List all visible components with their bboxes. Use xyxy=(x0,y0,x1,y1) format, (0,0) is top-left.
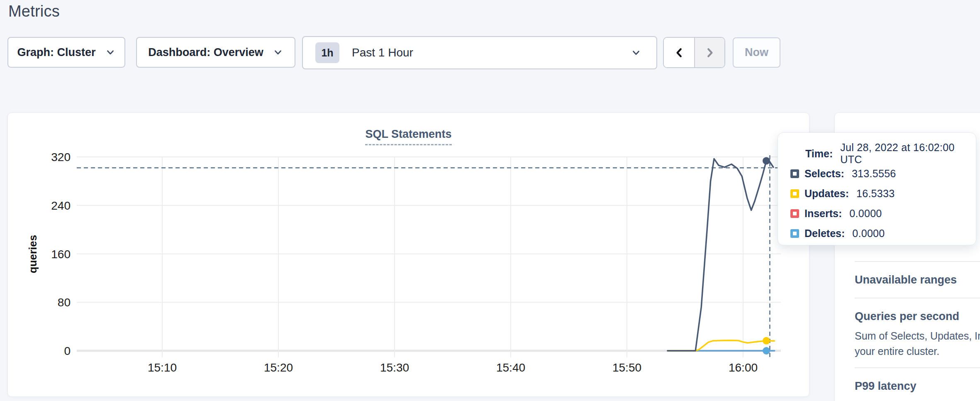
tooltip-series-row: Deletes: 0.0000 xyxy=(790,223,976,243)
time-shift-forward-button[interactable] xyxy=(694,38,724,67)
time-range-badge: 1h xyxy=(315,42,339,63)
chevron-right-icon xyxy=(704,46,716,59)
sidebar-divider xyxy=(855,298,980,298)
page-title: Metrics xyxy=(8,2,60,20)
dashboard-dropdown[interactable]: Dashboard: Overview xyxy=(136,37,295,68)
updates-series-swatch-icon xyxy=(790,189,799,198)
chart-title[interactable]: SQL Statements xyxy=(365,128,451,145)
sidebar-item-p99-latency[interactable]: P99 latency xyxy=(855,379,980,393)
inserts-series-swatch-icon xyxy=(790,209,799,218)
tooltip-series-row: Inserts: 0.0000 xyxy=(790,203,976,223)
sidebar-divider xyxy=(855,367,980,368)
selects-series-swatch-icon xyxy=(790,169,799,178)
time-range-label: Past 1 Hour xyxy=(352,46,631,59)
deletes-series-swatch-icon xyxy=(790,229,799,238)
graph-scope-dropdown-label: Graph: Cluster xyxy=(17,46,95,59)
sql-statements-chart-card: SQL Statements xyxy=(7,112,809,397)
tooltip-time-row: Time: Jul 28, 2022 at 16:02:00 UTC xyxy=(790,144,976,164)
sidebar-item-unavailable-ranges[interactable]: Unavailable ranges xyxy=(855,273,980,287)
tooltip-series-row: Selects: 313.5556 xyxy=(790,164,976,183)
time-shift-group xyxy=(663,37,725,68)
time-shift-back-button[interactable] xyxy=(664,38,694,67)
chevron-down-icon xyxy=(273,47,283,58)
tooltip-series-row: Updates: 16.5333 xyxy=(790,183,976,203)
dashboard-dropdown-label: Dashboard: Overview xyxy=(148,46,263,59)
chevron-down-icon xyxy=(631,47,641,58)
graph-scope-dropdown[interactable]: Graph: Cluster xyxy=(7,37,125,68)
tooltip-time-value: Jul 28, 2022 at 16:02:00 UTC xyxy=(840,142,976,166)
chevron-left-icon xyxy=(673,46,685,59)
chevron-down-icon xyxy=(105,47,116,58)
time-range-selector[interactable]: 1h Past 1 Hour xyxy=(302,36,657,69)
chart-hover-tooltip: Time: Jul 28, 2022 at 16:02:00 UTC Selec… xyxy=(778,132,976,245)
sidebar-item-queries-per-second[interactable]: Queries per second xyxy=(855,309,980,323)
tooltip-time-label: Time: xyxy=(805,148,833,160)
sidebar-item-description: Sum of Selects, Updates, Inser your enti… xyxy=(855,328,980,359)
now-button-label: Now xyxy=(745,46,768,59)
now-button[interactable]: Now xyxy=(733,37,780,68)
sidebar-divider xyxy=(855,261,980,262)
